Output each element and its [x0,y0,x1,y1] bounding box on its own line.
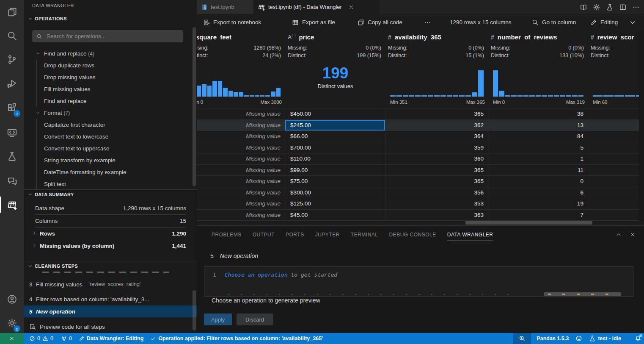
panel-tab-problems[interactable]: PROBLEMS [212,230,242,241]
grid-cell[interactable]: Missing value [197,198,285,209]
grid-cell[interactable]: $75.00 [285,176,385,187]
kernel-status[interactable]: test - idle [589,335,621,342]
settings-gear-icon[interactable] [593,3,600,11]
cleaning-step-5[interactable]: 5New operation [24,305,197,317]
search-operations-box[interactable] [32,30,183,42]
activity-item-source-control[interactable] [0,50,24,69]
column-header-review_scor[interactable]: #review_scorMissing:Distinct:Min 60 [588,31,639,108]
panel-tab-ports[interactable]: PORTS [286,230,304,241]
panel-tab-jupyter[interactable]: JUPYTER [315,230,340,241]
grid-cell[interactable] [588,120,639,131]
more-actions-icon[interactable] [632,3,640,11]
discard-button[interactable]: Discard [237,313,273,325]
grid-cell[interactable]: 11 [488,165,588,176]
data-wrangler-mode-status[interactable]: Data Wrangler: Editing [79,336,144,341]
notifications-bell[interactable] [635,335,641,342]
maximize-panel-icon[interactable] [616,232,622,238]
operation-item-datetime-formatting-by-example[interactable]: DateTime formatting by example [44,166,191,178]
apply-button[interactable]: Apply [204,313,232,325]
grid-cell[interactable]: $125.00 [285,198,385,209]
cleaning-step-3[interactable]: 3Fill missing values'review_scores_ratin… [24,278,197,290]
activity-item-data-wrangler[interactable] [0,195,24,214]
feedback-smiley-button[interactable] [575,335,582,342]
operation-item-convert-text-to-uppercase[interactable]: Convert text to uppercase [44,142,191,154]
grid-cell[interactable]: $45.00 [285,210,385,221]
summary-row-rows[interactable]: Rows1,290 [35,227,186,240]
column-header-square_feet[interactable]: #square_feetMissing:1260 (98%)Distinct:2… [197,31,285,108]
grid-cell[interactable]: Missing value [197,176,285,187]
data-summary-header[interactable]: DATA SUMMARY [28,192,74,197]
operation-applied-status[interactable]: Operation applied: Filter rows based on … [150,336,323,341]
panel-tab-data-wrangler[interactable]: DATA WRANGLER [447,230,493,241]
panel-tab-terminal[interactable]: TERMINAL [351,230,378,241]
grid-cell[interactable]: $110.00 [285,153,385,164]
grid-cell[interactable]: $66.00 [285,131,385,142]
cleaning-step-4[interactable]: 4Filter rows based on column: 'availabil… [24,293,197,305]
column-header-price[interactable]: ApriceMissing:0 (0%)Distinct:199 (15%)19… [285,31,385,108]
activity-item-accounts[interactable] [0,290,24,308]
go-to-column-button[interactable]: Go to column [532,14,576,31]
tab-test-ipynb[interactable]: test.ipynb [197,0,253,14]
grid-cell[interactable]: 84 [488,131,588,142]
tab-data-wrangler[interactable]: test.ipynb (df) - Data Wrangler [253,0,380,14]
activity-item-extensions[interactable]: 7 [0,98,24,117]
grid-cell[interactable]: Missing value [197,187,285,198]
preview-code-all-steps-button[interactable]: Preview code for all steps [24,321,197,333]
operations-scrollbar[interactable] [193,27,196,186]
toolbar-more-button[interactable] [424,14,431,31]
grid-cell[interactable]: Missing value [197,108,285,119]
grid-cell[interactable]: Missing value [197,153,285,164]
close-panel-icon[interactable] [630,232,636,238]
panel-tab-debug-console[interactable]: DEBUG CONSOLE [389,230,436,241]
grid-cell[interactable]: Missing value [197,210,285,221]
activity-item-run-debug[interactable] [0,74,24,92]
editing-mode-button[interactable]: Editing [590,14,618,31]
operation-item-string-transform-by-example[interactable]: String transform by example [44,154,191,166]
problems-status[interactable]: 0 0 [29,336,53,341]
search-operations-input[interactable] [46,33,179,40]
grid-cell[interactable]: 1 [488,153,588,164]
grid-cell[interactable]: $99.00 [285,165,385,176]
grid-cell[interactable] [588,210,639,221]
grid-cell[interactable]: Missing value [197,120,285,131]
ports-status[interactable]: 0 [61,336,72,341]
grid-cell[interactable]: 6 [488,187,588,198]
pandas-version-status[interactable]: Pandas 1.5.3 [537,336,569,341]
operation-code-editor[interactable]: 1 Choose an operation to get started [204,266,633,297]
grid-cell[interactable]: 5 [488,142,588,153]
grid-cell[interactable]: 19 [488,198,588,209]
operation-group-find-and-replace[interactable]: Find and replace (4) [24,47,191,59]
copy-all-code-button[interactable]: Copy all code [358,14,402,31]
grid-cell[interactable]: 364 [385,131,488,142]
grid-cell[interactable] [588,187,639,198]
grid-cell[interactable]: 13 [488,120,588,131]
grid-cell[interactable] [588,165,639,176]
activity-item-comments[interactable] [0,172,24,190]
operations-section-header[interactable]: OPERATIONS [28,16,67,21]
operation-group-format[interactable]: Format (7) [24,107,191,119]
column-header-availability_365[interactable]: #availability_365Missing:0 (0%)Distinct:… [385,31,488,108]
panel-tab-output[interactable]: OUTPUT [253,230,275,241]
grid-cell[interactable]: Missing value [197,131,285,142]
grid-cell[interactable]: 363 [385,210,488,221]
zoom-status-button[interactable] [513,333,531,344]
cleaning-steps-scrollbar[interactable] [193,290,196,330]
activity-item-testing[interactable] [0,147,24,166]
split-editor-icon[interactable] [619,3,627,11]
export-to-notebook-button[interactable]: Export to notebook [203,14,261,31]
grid-cell[interactable]: Missing value [197,142,285,153]
remote-indicator[interactable] [0,333,24,344]
grid-cell[interactable]: 0 [488,176,588,187]
grid-cell[interactable]: 365 [385,165,488,176]
grid-cell[interactable] [588,108,639,119]
summary-row-missing-values-by-column-[interactable]: Missing values (by column)1,441 [35,240,186,252]
export-as-file-button[interactable]: Export as file [292,14,335,31]
grid-cell[interactable]: 356 [385,187,488,198]
open-preview-icon[interactable] [580,3,587,11]
grid-cell[interactable]: 353 [385,198,488,209]
activity-item-search[interactable] [0,26,24,45]
operation-item-split-text[interactable]: Split text [44,178,191,189]
grid-cell[interactable]: 360 [385,153,488,164]
editing-mode-dropdown[interactable] [629,14,636,31]
activity-item-explorer[interactable] [0,3,24,21]
